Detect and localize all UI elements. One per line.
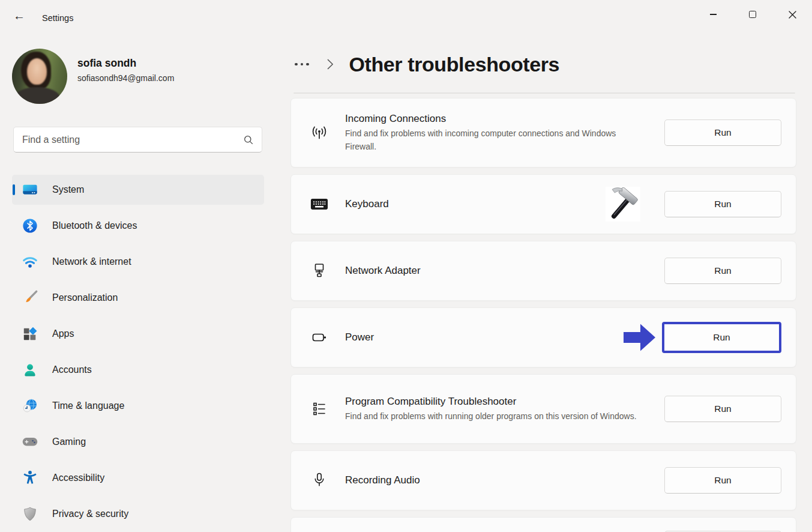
sidebar-item-personalization[interactable]: Personalization — [12, 283, 264, 313]
run-button-recording-audio[interactable]: Run — [664, 467, 781, 494]
profile-email: sofiasondh94@gmail.com — [77, 73, 174, 83]
sidebar-item-label: Personalization — [52, 292, 118, 303]
avatar — [12, 49, 67, 104]
sidebar-item-time-language[interactable]: Time & language — [12, 391, 264, 421]
sidebar-item-apps[interactable]: Apps — [12, 319, 264, 349]
sidebar: sofia sondh sofiasondh94@gmail.com Syste… — [0, 30, 277, 532]
bluetooth-icon — [22, 218, 38, 234]
troubleshooter-card-program-compatibility-troubleshooter: Program Compatibility TroubleshooterFind… — [290, 374, 796, 444]
card-text: Incoming ConnectionsFind and fix problem… — [345, 113, 664, 153]
search-input[interactable] — [14, 135, 244, 145]
keyboard-icon — [310, 195, 329, 214]
back-arrow-icon: ← — [13, 9, 25, 22]
network-adapter-icon — [310, 261, 329, 280]
sidebar-nav: SystemBluetooth & devicesNetwork & inter… — [0, 175, 277, 532]
divider — [293, 92, 795, 94]
sidebar-item-label: Time & language — [52, 401, 124, 411]
troubleshooter-name: Power — [345, 331, 622, 343]
sidebar-item-network-internet[interactable]: Network & internet — [12, 247, 264, 277]
maximize-button[interactable] — [733, 0, 772, 29]
annotation-arrow-icon — [622, 322, 657, 352]
window-title: Settings — [42, 13, 73, 23]
selected-accent-bar — [13, 184, 15, 195]
troubleshooter-name: Keyboard — [345, 198, 606, 210]
accounts-icon — [22, 362, 38, 378]
sidebar-item-bluetooth-devices[interactable]: Bluetooth & devices — [12, 211, 264, 241]
titlebar: ← Settings — [0, 0, 812, 30]
sidebar-item-gaming[interactable]: Gaming — [12, 427, 264, 457]
card-text: Keyboard — [345, 198, 606, 210]
microphone-icon — [310, 471, 329, 490]
troubleshooter-card-power: PowerRun — [290, 307, 796, 367]
run-button-power[interactable]: Run — [662, 322, 781, 353]
troubleshooter-card-search-and-indexing: Search and IndexingRun — [290, 517, 796, 532]
run-button-keyboard[interactable]: Run — [664, 191, 781, 217]
troubleshooter-card-incoming-connections: Incoming ConnectionsFind and fix problem… — [290, 98, 796, 168]
troubleshooter-description: Find and fix problems with running older… — [345, 410, 643, 423]
troubleshooter-name: Program Compatibility Troubleshooter — [345, 396, 664, 408]
sidebar-item-privacy-security[interactable]: Privacy & security — [12, 499, 264, 529]
troubleshooter-name: Incoming Connections — [345, 113, 664, 125]
sidebar-item-label: Accounts — [52, 364, 92, 375]
gaming-icon — [22, 434, 38, 450]
sidebar-item-label: Gaming — [52, 437, 86, 447]
sidebar-item-accounts[interactable]: Accounts — [12, 355, 264, 385]
personalization-icon — [22, 290, 38, 306]
troubleshooter-description: Find and fix problems with incoming comp… — [345, 127, 643, 153]
close-button[interactable] — [772, 0, 812, 29]
troubleshooter-card-recording-audio: Recording AudioRun — [290, 450, 796, 510]
battery-icon — [310, 328, 329, 347]
sidebar-item-label: System — [52, 184, 84, 195]
sidebar-item-label: Network & internet — [52, 256, 131, 267]
checklist-icon — [310, 399, 329, 419]
sidebar-item-label: Accessibility — [52, 473, 104, 483]
troubleshooter-list: Incoming ConnectionsFind and fix problem… — [290, 98, 796, 532]
card-text: Network Adapter — [345, 265, 664, 277]
breadcrumb-ellipsis-button[interactable] — [293, 59, 310, 70]
sidebar-item-system[interactable]: System — [12, 175, 264, 205]
minimize-button[interactable] — [693, 0, 733, 29]
network-icon — [22, 254, 38, 270]
card-text: Recording Audio — [345, 474, 664, 486]
system-icon — [22, 182, 38, 198]
sidebar-item-label: Privacy & security — [52, 509, 128, 519]
chevron-right-icon — [327, 59, 334, 70]
accessibility-icon — [22, 470, 38, 486]
card-text: Power — [345, 331, 622, 343]
troubleshooter-name: Network Adapter — [345, 265, 664, 277]
troubleshooter-card-network-adapter: Network AdapterRun — [290, 241, 796, 301]
page-title: Other troubleshooters — [349, 53, 560, 76]
troubleshooter-name: Recording Audio — [345, 474, 664, 486]
apps-icon — [22, 326, 38, 342]
minimize-icon — [710, 14, 717, 15]
sidebar-item-label: Bluetooth & devices — [52, 220, 137, 231]
back-button[interactable]: ← — [8, 7, 30, 24]
search-icon — [244, 135, 253, 145]
troubleshooter-card-keyboard: KeyboardRun — [290, 174, 796, 234]
run-button-network-adapter[interactable]: Run — [664, 258, 781, 284]
profile-name: sofia sondh — [77, 57, 136, 70]
search-box — [13, 127, 262, 153]
window-controls — [693, 0, 812, 29]
hammer-cursor-icon — [606, 187, 640, 222]
sidebar-item-accessibility[interactable]: Accessibility — [12, 463, 264, 493]
run-button-program-compatibility-troubleshooter[interactable]: Run — [664, 396, 781, 422]
maximize-icon — [749, 11, 757, 19]
card-text: Program Compatibility TroubleshooterFind… — [345, 396, 664, 423]
run-button-incoming-connections[interactable]: Run — [664, 119, 781, 146]
sidebar-item-label: Apps — [52, 328, 74, 339]
privacy-icon — [22, 506, 38, 522]
breadcrumb: Other troubleshooters — [293, 49, 559, 79]
close-icon — [789, 11, 796, 19]
profile-section[interactable]: sofia sondh sofiasondh94@gmail.com — [0, 42, 264, 108]
time-language-icon — [22, 398, 38, 414]
antenna-icon — [310, 123, 329, 142]
